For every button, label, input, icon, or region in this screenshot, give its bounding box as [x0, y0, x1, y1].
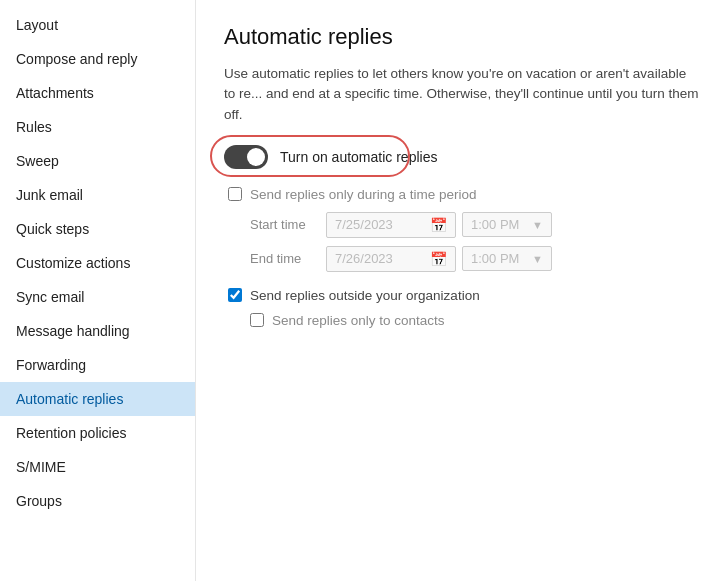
sidebar-item-message-handling[interactable]: Message handling	[0, 314, 195, 348]
sidebar-item-sync-email[interactable]: Sync email	[0, 280, 195, 314]
end-calendar-icon: 📅	[430, 251, 447, 267]
sidebar-item-sweep[interactable]: Sweep	[0, 144, 195, 178]
end-time-select[interactable]: 1:00 PM ▼	[462, 246, 552, 271]
toggle-thumb	[247, 148, 265, 166]
page-description: Use automatic replies to let others know…	[224, 64, 700, 125]
main-content: Automatic replies Use automatic replies …	[196, 0, 728, 581]
sidebar-item-smime[interactable]: S/MIME	[0, 450, 195, 484]
org-section: Send replies outside your organization S…	[228, 288, 700, 328]
sidebar: LayoutCompose and replyAttachmentsRulesS…	[0, 0, 196, 581]
send-during-time-label: Send replies only during a time period	[250, 187, 477, 202]
send-outside-org-checkbox[interactable]	[228, 288, 242, 302]
start-date-input[interactable]: 7/25/2023 📅	[326, 212, 456, 238]
sidebar-item-layout[interactable]: Layout	[0, 8, 195, 42]
send-during-time-row: Send replies only during a time period	[228, 187, 700, 202]
sidebar-item-customize-actions[interactable]: Customize actions	[0, 246, 195, 280]
send-only-to-contacts-label: Send replies only to contacts	[272, 313, 445, 328]
send-only-to-contacts-checkbox[interactable]	[250, 313, 264, 327]
start-time-row: Start time 7/25/2023 📅 1:00 PM ▼	[250, 212, 700, 238]
send-during-time-checkbox[interactable]	[228, 187, 242, 201]
toggle-row: Turn on automatic replies	[224, 145, 700, 169]
page-title: Automatic replies	[224, 24, 700, 50]
sidebar-item-junk-email[interactable]: Junk email	[0, 178, 195, 212]
sidebar-item-compose-and-reply[interactable]: Compose and reply	[0, 42, 195, 76]
sidebar-item-attachments[interactable]: Attachments	[0, 76, 195, 110]
start-date-value: 7/25/2023	[335, 217, 424, 232]
end-date-value: 7/26/2023	[335, 251, 424, 266]
send-only-to-contacts-row: Send replies only to contacts	[250, 313, 700, 328]
sidebar-item-rules[interactable]: Rules	[0, 110, 195, 144]
automatic-replies-toggle[interactable]	[224, 145, 268, 169]
sidebar-item-quick-steps[interactable]: Quick steps	[0, 212, 195, 246]
send-outside-org-label: Send replies outside your organization	[250, 288, 480, 303]
start-time-select[interactable]: 1:00 PM ▼	[462, 212, 552, 237]
sidebar-item-forwarding[interactable]: Forwarding	[0, 348, 195, 382]
start-time-label: Start time	[250, 217, 326, 232]
end-time-value: 1:00 PM	[471, 251, 528, 266]
start-time-value: 1:00 PM	[471, 217, 528, 232]
send-outside-org-row: Send replies outside your organization	[228, 288, 700, 303]
start-calendar-icon: 📅	[430, 217, 447, 233]
start-time-chevron-icon: ▼	[532, 219, 543, 231]
toggle-track	[224, 145, 268, 169]
sidebar-item-automatic-replies[interactable]: Automatic replies	[0, 382, 195, 416]
end-time-label: End time	[250, 251, 326, 266]
end-date-input[interactable]: 7/26/2023 📅	[326, 246, 456, 272]
sidebar-item-groups[interactable]: Groups	[0, 484, 195, 518]
options-section: Send replies only during a time period S…	[228, 187, 700, 328]
end-time-row: End time 7/26/2023 📅 1:00 PM ▼	[250, 246, 700, 272]
time-period-grid: Start time 7/25/2023 📅 1:00 PM ▼ End tim…	[250, 212, 700, 272]
sidebar-item-retention-policies[interactable]: Retention policies	[0, 416, 195, 450]
toggle-label: Turn on automatic replies	[280, 149, 437, 165]
end-time-chevron-icon: ▼	[532, 253, 543, 265]
